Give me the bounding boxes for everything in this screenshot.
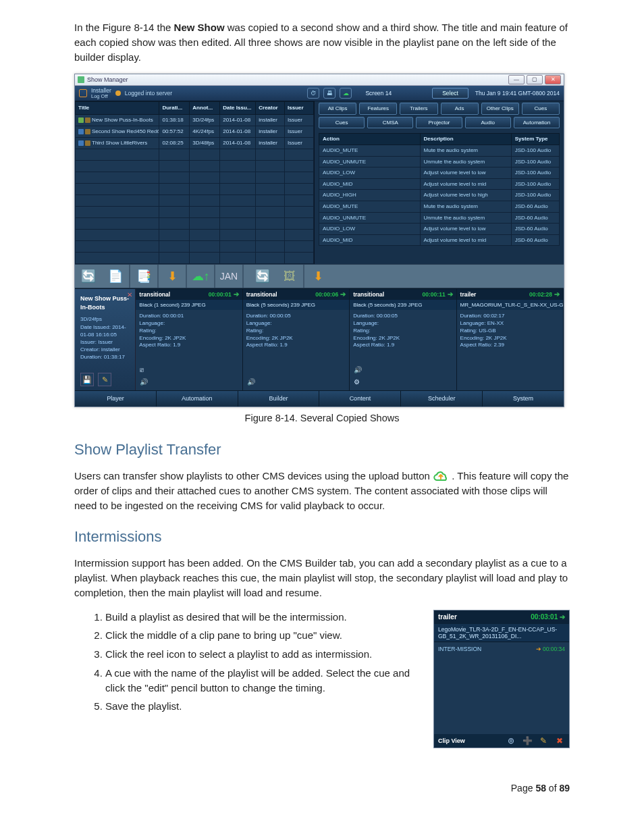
info-line: Creator: installer [80,346,130,353]
info-line: Date Issued: 2014-01-08 16:16:05 [80,323,130,338]
table-row[interactable]: AUDIO_MIDAdjust volume level to midJSD-6… [319,234,560,246]
table-row[interactable]: New Show Puss-In-Boots01:38:183D/24fps20… [76,115,314,126]
inter-row-time: 00:00:34 [543,646,565,652]
table-row[interactable]: AUDIO_MUTEMute the audio systemJSD-60 Au… [319,201,560,213]
filter-tab[interactable]: Trailers [400,103,437,115]
logged-status: Logged into server [125,89,172,97]
table-row[interactable]: AUDIO_MIDAdjust volume level to midJSD-1… [319,178,560,190]
page-icon[interactable]: 📄 [102,265,129,288]
filter-tabs: All ClipsFeaturesTrailersAdsOther ClipsC… [315,101,564,133]
nav-tab[interactable]: Scheduler [401,391,483,407]
select-button[interactable]: Select [432,88,468,99]
col-header[interactable]: Date Issu... [220,102,256,115]
transfer-paragraph: Users can transfer show playlists to oth… [74,469,570,513]
col-header[interactable]: Description [420,134,511,145]
status-icon[interactable]: ⏱ [307,88,319,99]
transfer-text-1: Users can transfer show playlists to oth… [74,470,433,481]
subtitles-icon: ⎚ [140,365,148,375]
user-icon [79,89,87,97]
refresh-icon[interactable]: 🔄 [75,265,102,288]
table-row[interactable]: AUDIO_UNMUTEUnmute the audio systemJSD-1… [319,156,560,167]
calendar-icon[interactable]: JAN [215,265,242,288]
timeline-clip[interactable]: transitional00:00:11➔Black (5 seconds) 2… [350,289,456,390]
info-line: 3D/24fps [80,315,130,323]
timeline-clip[interactable]: trailer00:02:28➔MR_MAGORIUM_TLR-C_S_EN-X… [457,289,564,390]
heading-transfer: Show Playlist Transfer [74,439,570,461]
info-line: Duration: 01:38:17 [80,353,130,361]
save-icon[interactable]: 💾 [80,373,94,386]
filter-tab[interactable]: Cues [522,103,560,115]
inter-head-time: 00:03:01 [531,613,558,621]
filter-tab[interactable]: Cues [319,117,365,129]
filter-tab[interactable]: Ads [441,103,479,115]
info-title: New Show Puss-In-Boots [80,294,130,311]
upload-icon[interactable]: ☁ [340,88,352,99]
status-dot-icon [115,90,121,96]
inter-head-label: trailer [438,613,457,623]
show-manager-window: Show Manager — ▢ ✕ Installer Log Off Log… [74,74,564,407]
table-row[interactable]: Second Show Red450 Red6500:57:524K/24fps… [76,126,314,138]
minimize-button[interactable]: — [508,75,525,84]
nav-tab[interactable]: System [483,391,564,407]
download-icon-2[interactable]: ⬇ [304,265,331,288]
maximize-button[interactable]: ▢ [527,75,543,84]
intermission-clip-figure: trailer 00:03:01 ➔ LegoMovie_TLR-3A-2D_F… [433,610,570,749]
app-toolbar: Installer Log Off Logged into server ⏱ 🖶… [75,86,564,101]
action-icon-strip: 🔄 📄 📑 ⬇ ☁↑ JAN 🔄 🖼 ⬇ [75,264,564,288]
filter-tab[interactable]: CMSA [367,117,413,129]
col-header[interactable]: Durati... [159,102,190,115]
filter-tab[interactable]: All Clips [319,103,356,115]
gear-icon: ⚙ [354,377,362,387]
col-header[interactable]: Action [319,134,421,145]
bottom-nav: PlayerAutomationBuilderContentSchedulerS… [75,390,564,407]
close-info-icon[interactable]: ✕ [127,290,132,300]
nav-tab[interactable]: Content [319,391,401,407]
action-table: ActionDescriptionSystem Type AUDIO_MUTEM… [319,133,560,246]
image-icon[interactable]: 🖼 [276,265,303,288]
filter-tab[interactable]: Automation [514,117,560,129]
arrow-icon: ➔ [536,646,541,652]
nav-tab[interactable]: Player [75,391,157,407]
timeline-clip[interactable]: transitional00:00:06➔Black (5 seconds) 2… [243,289,350,390]
nav-tab[interactable]: Builder [238,391,320,407]
sound-icon: 🔊 [140,377,148,387]
col-header[interactable]: Title [76,102,159,115]
filter-tab[interactable]: Projector [416,117,462,129]
info-line: Issuer: Issuer [80,338,130,346]
datetime-label: Thu Jan 9 19:41 GMT-0800 2014 [475,89,560,97]
table-row[interactable]: AUDIO_UNMUTEUnmute the audio systemJSD-6… [319,212,560,224]
col-header[interactable]: Creator [256,102,285,115]
page-footer: Page 58 of 89 [74,781,570,795]
cloud-upload-icon [433,469,449,481]
table-row[interactable]: AUDIO_MUTEMute the audio systemJSD-100 A… [319,145,560,157]
intro-paragraph: In the Figure 8-14 the New Show was copi… [74,20,570,64]
add-icon[interactable]: ➕ [522,736,533,746]
close-button[interactable]: ✕ [545,75,561,84]
logoff-link[interactable]: Log Off [91,94,111,99]
table-row[interactable]: Third Show LittleRivers02:08:253D/48fps2… [76,138,314,149]
arrow-icon: ➔ [560,613,565,621]
reel-icon[interactable]: ⊚ [506,736,516,746]
nav-tab[interactable]: Automation [157,391,238,407]
filter-tab[interactable]: Audio [465,117,511,129]
table-row[interactable]: AUDIO_LOWAdjust volume level to lowJSD-1… [319,167,560,179]
timeline-clip[interactable]: transitional00:00:01➔Black (1 second) 23… [136,289,242,390]
delete-icon[interactable]: ✖ [554,736,565,746]
filter-tab[interactable]: Features [359,103,397,115]
edit-icon[interactable]: ✎ [98,373,111,386]
col-header[interactable]: Issuer [285,102,314,115]
col-header[interactable]: System Type [511,134,559,145]
col-header[interactable]: Annot... [190,102,220,115]
figure-caption: Figure 8-14. Several Copied Shows [74,411,570,425]
playlist-pane: TitleDurati...Annot...Date Issu...Creato… [75,101,315,264]
download-icon[interactable]: ⬇ [159,265,186,288]
refresh-icon-2[interactable]: 🔄 [249,265,276,288]
filter-tab[interactable]: Other Clips [481,103,519,115]
edit-pencil-icon[interactable]: ✎ [538,736,549,746]
printer-icon[interactable]: 🖶 [323,88,336,99]
window-titlebar: Show Manager — ▢ ✕ [75,74,564,86]
table-row[interactable]: AUDIO_HIGHAdjust volume level to highJSD… [319,190,560,201]
cloud-upload-icon[interactable]: ☁↑ [187,265,214,288]
copy-icon[interactable]: 📑 [130,265,157,288]
table-row[interactable]: AUDIO_LOWAdjust volume level to lowJSD-6… [319,224,560,235]
